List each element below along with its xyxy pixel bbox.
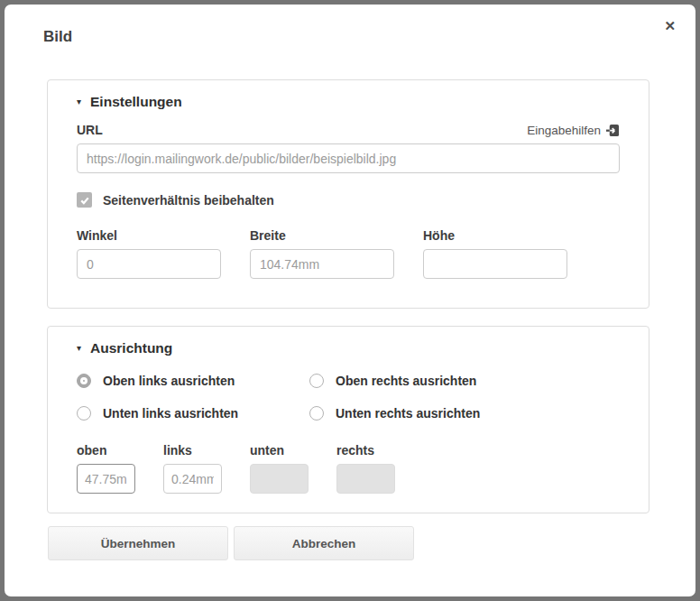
cancel-button[interactable]: Abbrechen [234, 526, 414, 560]
radio-button-icon[interactable] [309, 374, 324, 388]
bild-dialog: Bild ✕ ▾ Einstellungen URL Eingabehilfen [5, 5, 695, 596]
oben-input[interactable] [77, 464, 135, 494]
check-icon [79, 195, 90, 206]
einstellungen-section-toggle[interactable]: ▾ Einstellungen [77, 94, 620, 110]
unten-label: unten [250, 443, 309, 458]
hoehe-label: Höhe [423, 228, 567, 243]
aspect-ratio-label: Seitenverhältnis beibehalten [103, 193, 274, 208]
winkel-label: Winkel [77, 228, 221, 243]
eingabehilfen-link[interactable]: Eingabehilfen [527, 124, 620, 137]
einstellungen-section: ▾ Einstellungen URL Eingabehilfen [47, 79, 649, 309]
radio-button-icon[interactable] [77, 406, 91, 421]
aspect-ratio-checkbox-row[interactable]: Seitenverhältnis beibehalten [77, 192, 620, 208]
radio-oben-links[interactable]: Oben links ausrichten [77, 374, 309, 388]
url-input[interactable] [77, 143, 620, 173]
dialog-title: Bild [43, 28, 72, 46]
radio-label: Oben links ausrichten [103, 374, 235, 388]
offset-fields-row: oben links unten rechts [77, 443, 620, 494]
winkel-input[interactable] [77, 249, 221, 279]
links-input[interactable] [163, 464, 222, 494]
hoehe-field: Höhe [423, 228, 567, 279]
radio-label: Unten links ausrichten [103, 406, 238, 421]
eingabehilfen-label: Eingabehilfen [527, 124, 601, 137]
dialog-footer: Übernehmen Abbrechen [48, 526, 414, 560]
breite-field: Breite [250, 228, 394, 279]
radio-oben-rechts[interactable]: Oben rechts ausrichten [309, 374, 620, 388]
ausrichtung-section-toggle[interactable]: ▾ Ausrichtung [77, 340, 620, 356]
apply-button[interactable]: Übernehmen [48, 526, 228, 560]
aspect-ratio-checkbox[interactable] [77, 192, 92, 208]
einstellungen-section-title: Einstellungen [90, 94, 182, 110]
rechts-input [336, 464, 395, 494]
unten-field: unten [250, 443, 309, 494]
breite-input[interactable] [250, 249, 394, 279]
chevron-down-icon: ▾ [77, 344, 81, 353]
oben-field: oben [77, 443, 135, 494]
chevron-down-icon: ▾ [77, 97, 81, 106]
close-icon[interactable]: ✕ [664, 19, 676, 32]
ausrichtung-section: ▾ Ausrichtung Oben links ausrichten Oben… [47, 326, 649, 513]
ausrichtung-section-title: Ausrichtung [90, 340, 172, 356]
rechts-field: rechts [336, 443, 395, 494]
links-field: links [163, 443, 222, 494]
url-row: URL Eingabehilfen [77, 123, 620, 137]
radio-unten-links[interactable]: Unten links ausrichten [77, 406, 309, 421]
radio-label: Unten rechts ausrichten [336, 406, 480, 421]
oben-label: oben [77, 443, 135, 458]
radio-button-icon[interactable] [77, 374, 91, 388]
insert-placeholder-icon [606, 124, 620, 137]
dimension-fields-row: Winkel Breite Höhe [77, 228, 620, 279]
hoehe-input[interactable] [423, 249, 567, 279]
radio-button-icon[interactable] [309, 406, 324, 421]
unten-input [250, 464, 309, 494]
alignment-radio-group: Oben links ausrichten Oben rechts ausric… [77, 374, 620, 421]
rechts-label: rechts [336, 443, 395, 458]
radio-unten-rechts[interactable]: Unten rechts ausrichten [309, 406, 620, 421]
links-label: links [163, 443, 222, 458]
breite-label: Breite [250, 228, 394, 243]
winkel-field: Winkel [77, 228, 221, 279]
url-label: URL [77, 123, 103, 137]
radio-label: Oben rechts ausrichten [336, 374, 476, 388]
